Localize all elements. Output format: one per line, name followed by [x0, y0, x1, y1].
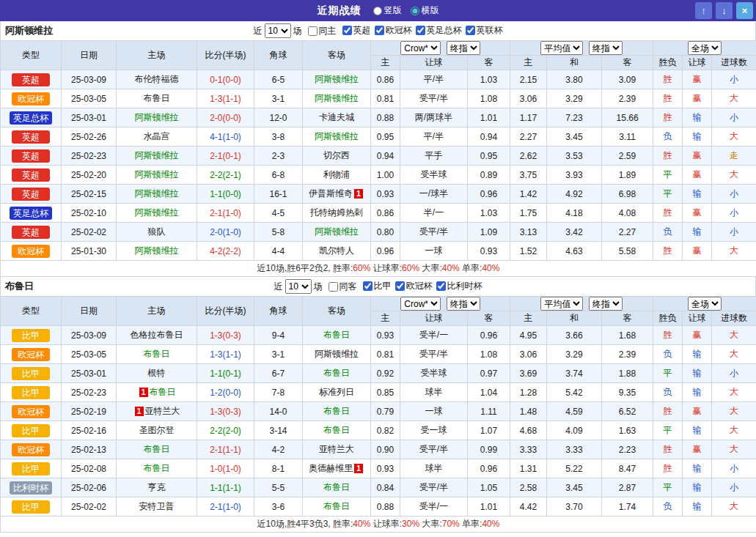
league-filter-checkbox[interactable]	[375, 26, 384, 35]
odds-value: 平/半	[400, 127, 468, 147]
team-label: 布鲁日	[144, 349, 170, 359]
team-cell: 布鲁日	[303, 364, 371, 383]
odds-value: 0.82	[371, 421, 400, 440]
summary-segment: 40%	[442, 263, 460, 273]
col-type: 类型	[1, 41, 62, 70]
odds-value: 半/一	[400, 204, 468, 223]
league-filter-option[interactable]: 比甲	[363, 280, 392, 292]
league-filter-label: 英足总杯	[427, 24, 462, 37]
odds-value: 0.85	[371, 383, 400, 402]
team-cell: 切尔西	[303, 147, 371, 166]
outcome-value: 平	[653, 166, 683, 185]
close-button[interactable]: ×	[736, 2, 753, 19]
league-filter-checkbox[interactable]	[395, 281, 405, 291]
avg-odds-value: 2.62	[510, 147, 547, 166]
filter-controls: 近 10 场 同主 英超欧冠杯英足总杯英联杯	[254, 23, 503, 38]
team-label: 亚特兰大	[145, 406, 180, 416]
match-date: 25-02-23	[62, 147, 117, 166]
team-label: 圣图尔登	[139, 425, 175, 435]
same-venue-checkbox[interactable]	[308, 26, 318, 36]
vertical-layout-option[interactable]: 竖版	[373, 4, 402, 17]
vertical-layout-radio[interactable]	[373, 7, 382, 15]
league-badge: 英超	[12, 149, 50, 163]
league-filter-option[interactable]: 英联杯	[466, 24, 503, 37]
same-venue-option[interactable]: 同主	[308, 25, 337, 37]
outcome-value: 负	[653, 383, 683, 402]
match-date: 25-02-15	[62, 185, 117, 204]
scroll-up-button[interactable]: ↑	[695, 2, 712, 19]
match-date: 25-02-06	[62, 478, 117, 497]
scroll-down-button[interactable]: ↓	[716, 2, 733, 19]
league-filter-checkbox[interactable]	[436, 281, 446, 291]
avg-odds-value: 1.74	[602, 497, 653, 516]
avg-odds-value: 3.13	[510, 223, 547, 242]
team-label: 布鲁日	[323, 330, 350, 340]
final-avg-select[interactable]: 终指	[589, 41, 623, 55]
near-label: 近	[254, 25, 263, 37]
team-section-title: 布鲁日	[5, 280, 34, 293]
odds-value: 球半	[400, 383, 468, 402]
score-cell: 1-3(0-3)	[197, 326, 254, 345]
league-filter-checkbox[interactable]	[416, 26, 425, 35]
odds-company-select[interactable]: Crow*	[400, 41, 441, 55]
final-avg-select[interactable]: 终指	[589, 297, 623, 311]
outcome-value: 负	[653, 223, 683, 242]
odds-value: 受半/一	[400, 497, 468, 516]
team-label: 阿斯顿维拉	[315, 349, 359, 359]
team-label: 阿斯顿维拉	[315, 74, 359, 84]
outcome-value: 平	[653, 364, 683, 383]
average-select[interactable]: 平均值	[540, 41, 583, 55]
odds-value: 1.08	[468, 89, 510, 108]
avg-odds-value: 1.75	[510, 204, 547, 223]
team-label: 阿斯顿维拉	[315, 93, 359, 103]
league-type-cell: 欧冠杯	[1, 402, 62, 421]
score-cell: 2-1(1-0)	[197, 497, 254, 516]
team-cell: 卡迪夫城	[303, 108, 371, 127]
same-venue-checkbox[interactable]	[329, 282, 338, 292]
league-filter-checkbox[interactable]	[342, 26, 352, 35]
match-row: 比利时杯25-02-06亨克1-1(1-1)5-5布鲁日0.84受平/半1.05…	[1, 478, 756, 497]
avg-odds-value: 4.42	[510, 497, 547, 516]
team-label: 伊普斯维奇	[309, 188, 353, 199]
outcome-value: 大	[712, 421, 756, 440]
avg-odds-value: 1.17	[510, 108, 547, 127]
subcol-handicap-result: 让球	[683, 311, 712, 326]
summary-segment: 胜率:	[333, 519, 353, 529]
avg-odds-value: 1.52	[510, 242, 547, 261]
final-odds-select[interactable]: 终指	[447, 297, 480, 311]
same-venue-option[interactable]: 同客	[329, 281, 357, 293]
league-filter-option[interactable]: 英足总杯	[416, 24, 462, 37]
league-badge: 英超	[12, 188, 50, 201]
match-row: 英超25-02-15阿斯顿维拉1-1(0-0)16-1伊普斯维奇10.93一/球…	[1, 185, 756, 204]
league-filter-option[interactable]: 比利时杯	[436, 280, 482, 292]
scope-select[interactable]: 全场	[688, 41, 722, 55]
outcome-value: 胜	[653, 70, 683, 89]
team-label: 奥德赫维里	[309, 463, 353, 473]
odds-company-select[interactable]: Crow*	[400, 297, 441, 311]
avg-odds-value: 3.93	[547, 166, 602, 185]
outcome-value: 小	[712, 204, 756, 223]
team-label: 阿斯顿维拉	[135, 112, 179, 122]
recent-count-select[interactable]: 10	[285, 279, 312, 294]
recent-count-select[interactable]: 10	[265, 23, 291, 38]
league-filter-option[interactable]: 欧冠杯	[375, 24, 412, 37]
league-type-cell: 欧冠杯	[1, 242, 62, 261]
horizontal-layout-radio[interactable]	[411, 7, 419, 15]
odds-value: 0.86	[371, 204, 400, 223]
league-filter-label: 英超	[353, 24, 371, 37]
league-filter-option[interactable]: 英超	[342, 24, 371, 37]
league-badge: 欧冠杯	[12, 443, 50, 456]
team-cell: 阿斯顿维拉	[303, 223, 371, 242]
league-filter-checkbox[interactable]	[466, 26, 475, 35]
horizontal-layout-option[interactable]: 横版	[411, 4, 439, 17]
team-cell: 水晶宫	[117, 127, 197, 147]
league-filter-checkbox[interactable]	[363, 281, 373, 291]
odds-value: 平/半	[400, 70, 468, 89]
matches-table: 类型 日期 主场 比分(半场) 角球 客场 Crow* 终指 平均值 终指 全场	[0, 40, 756, 277]
red-card-badge: 1	[354, 189, 363, 199]
average-select[interactable]: 平均值	[540, 297, 583, 311]
match-row: 欧冠杯25-02-13布鲁日2-1(1-1)4-2亚特兰大0.90受平/半0.9…	[1, 440, 756, 459]
league-filter-option[interactable]: 欧冠杯	[395, 280, 433, 292]
final-odds-select[interactable]: 终指	[447, 41, 480, 55]
scope-select[interactable]: 全场	[688, 297, 722, 311]
